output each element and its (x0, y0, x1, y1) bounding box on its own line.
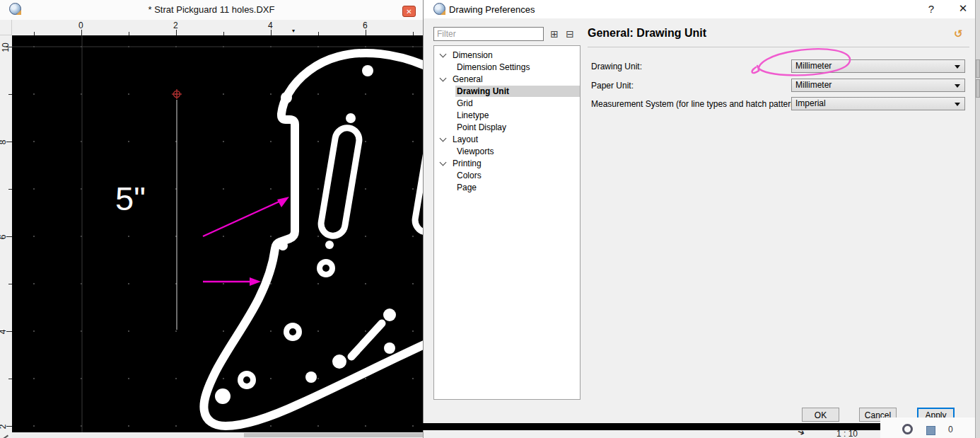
paper-unit-select[interactable]: Millimeter (791, 79, 965, 92)
tree-item-label: General (451, 74, 580, 85)
expand-all-icon[interactable]: ⊞ (548, 28, 561, 41)
tree-item-point-display[interactable]: Point Display (434, 121, 580, 133)
ruler-tick (176, 30, 177, 35)
drawing-unit-select[interactable]: Millimeter (791, 59, 965, 73)
resize-mark (1, 432, 8, 438)
dialog-title: Drawing Preferences (449, 4, 535, 15)
ruler-tick (6, 142, 12, 142)
ruler-tick (6, 331, 12, 332)
ruler-tick (81, 30, 82, 35)
chevron-down-icon (955, 84, 960, 88)
tree-item-label: Dimension (451, 50, 580, 61)
ruler-tick (6, 47, 12, 47)
paper-unit-value: Millimeter (795, 80, 832, 90)
scrollbar-thumb[interactable] (244, 433, 423, 437)
tree-item-label: Grid (455, 98, 580, 109)
drawing-window: * Strat Pickguard 11 holes.DXF ✕ ▾ 0246 … (0, 0, 424, 438)
ruler-label: 2 (0, 425, 8, 430)
tree-item-label: Printing (451, 158, 580, 169)
drawing-unit-label: Drawing Unit: (591, 62, 642, 71)
measurement-system-label: Measurement System (for line types and h… (591, 99, 805, 109)
tree-item-printing[interactable]: Printing (434, 157, 580, 169)
status-ring-icon (902, 424, 913, 434)
tree-item-label: Dimension Settings (455, 62, 580, 73)
ruler-tick (271, 30, 272, 35)
tree-item-general[interactable]: General (434, 73, 580, 85)
tree-item-dimension[interactable]: Dimension (434, 49, 580, 61)
ruler-label: 0 (78, 21, 83, 30)
origin-crosshair-icon (172, 89, 182, 99)
collapse-all-icon[interactable]: ⊟ (564, 28, 576, 41)
ruler-label: 2 (173, 21, 178, 30)
tree-item-dimension-settings[interactable]: Dimension Settings (434, 61, 580, 73)
drawing-unit-value: Millimeter (795, 61, 832, 71)
chevron-down-icon (955, 65, 960, 69)
screw-holes (215, 65, 396, 404)
vertical-ruler: 108642 (0, 35, 12, 432)
horizontal-scrollbar[interactable] (12, 432, 423, 438)
ruler-label: 6 (0, 235, 8, 240)
qcad-logo-icon (433, 3, 445, 15)
status-zero-value: 0 (948, 425, 953, 434)
ruler-tick (6, 426, 12, 427)
chevron-down-icon (440, 74, 447, 81)
measurement-system-select[interactable]: Imperial (791, 97, 965, 110)
pickguard-drawing: 5" (12, 35, 423, 432)
filter-input[interactable] (433, 27, 544, 41)
dialog-titlebar[interactable]: Drawing Preferences ? ✕ (424, 0, 975, 18)
tree-item-label: Page (455, 182, 580, 193)
tree-item-page[interactable]: Page (434, 181, 580, 193)
ruler-tick (6, 236, 12, 237)
pickguard-outline (204, 53, 423, 426)
drawing-window-title: * Strat Pickguard 11 holes.DXF (0, 4, 423, 15)
drawing-canvas[interactable]: 5" (12, 35, 423, 432)
chevron-down-icon (440, 134, 447, 142)
close-icon[interactable]: ✕ (955, 2, 971, 15)
page-title: General: Drawing Unit (588, 27, 706, 40)
tree-item-label: Colors (455, 170, 580, 181)
tree-item-grid[interactable]: Grid (434, 97, 580, 109)
help-icon[interactable]: ? (924, 3, 938, 15)
grid-dots (33, 46, 414, 427)
ruler-corner (0, 20, 12, 35)
tree-item-label: Layout (451, 134, 580, 145)
ruler-label: 8 (0, 140, 8, 145)
drawing-window-titlebar[interactable]: * Strat Pickguard 11 holes.DXF ✕ (0, 0, 423, 21)
ruler-label: 10 (1, 42, 11, 52)
drawing-preferences-dialog: Drawing Preferences ? ✕ ⊞ ⊟ General: Dra… (423, 0, 975, 423)
ok-button[interactable]: OK (802, 408, 839, 422)
tree-item-label: Drawing Unit (455, 86, 580, 97)
horizontal-ruler: ▾ 0246 (12, 20, 423, 35)
preferences-tree: DimensionDimension SettingsGeneralDrawin… (433, 45, 581, 400)
chevron-down-icon (440, 159, 447, 166)
measurement-system-value: Imperial (795, 98, 826, 108)
status-swatch-icon (926, 426, 935, 435)
ruler-position-marker: ▾ (292, 28, 295, 34)
tree-item-drawing-unit[interactable]: Drawing Unit (434, 85, 580, 97)
close-icon[interactable]: ✕ (402, 6, 416, 17)
tree-item-viewports[interactable]: Viewports (434, 145, 580, 157)
ruler-tick (366, 30, 366, 35)
tree-item-label: Point Display (455, 122, 580, 133)
tremolo-slot (351, 323, 382, 357)
scale-indicator: 1 : 10 (836, 429, 858, 438)
edge-fragment (976, 79, 980, 98)
qcad-application: * Strat Pickguard 11 holes.DXF ✕ ▾ 0246 … (0, 0, 980, 438)
paper-unit-label: Paper Unit: (591, 81, 634, 91)
canvas-sliver (423, 423, 880, 430)
chevron-down-icon (440, 50, 447, 57)
edge-fragment (976, 59, 980, 78)
tree-item-label: Viewports (455, 146, 580, 157)
tree-item-colors[interactable]: Colors (434, 169, 580, 181)
dimension-text: 5" (115, 180, 146, 217)
ruler-label: 4 (0, 330, 8, 335)
pickup-slots (320, 122, 423, 237)
tree-item-linetype[interactable]: Linetype (434, 109, 580, 121)
ruler-label: 6 (363, 21, 368, 30)
ruler-label: 4 (268, 21, 273, 30)
tree-item-label: Linetype (455, 110, 580, 121)
reset-defaults-icon[interactable]: ↺ (954, 28, 963, 40)
chevron-down-icon (955, 103, 960, 106)
tree-item-layout[interactable]: Layout (434, 133, 580, 145)
separator (588, 47, 969, 47)
